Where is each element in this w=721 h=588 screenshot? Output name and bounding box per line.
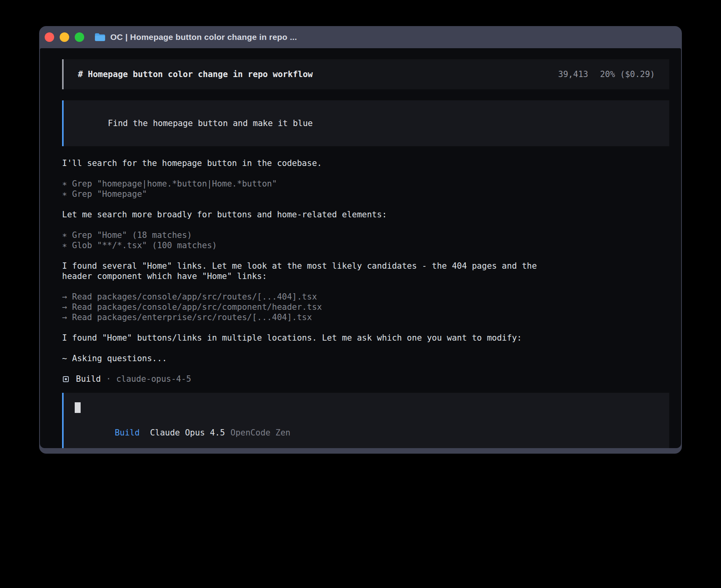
session-header: # Homepage button color change in repo w… <box>62 59 669 89</box>
input-modeline: BuildClaude Opus 4.5OpenCode Zen <box>75 418 658 447</box>
assistant-text-line: header component which have "Home" links… <box>62 271 669 281</box>
titlebar[interactable]: OC | Homepage button color change in rep… <box>39 26 682 48</box>
agent-icon <box>63 376 69 382</box>
agent-model: claude-opus-4-5 <box>116 374 191 384</box>
assistant-text-line: I found several "Home" links. Let me loo… <box>62 261 669 271</box>
agent-status-line: Build · claude-opus-4-5 <box>62 374 669 384</box>
assistant-text-line: I found "Home" buttons/links in multiple… <box>62 333 669 343</box>
tool-call-line: ∗ Grep "homepage|home.*button|Home.*butt… <box>62 179 669 189</box>
assistant-text-block: ~ Asking questions... <box>62 353 669 364</box>
conversation: I'll search for the homepage button in t… <box>62 158 669 364</box>
tool-call-line: ∗ Grep "Home" (18 matches) <box>62 230 669 240</box>
assistant-text-line: ~ Asking questions... <box>62 353 669 364</box>
close-window-button[interactable] <box>45 32 54 42</box>
prompt-input[interactable]: BuildClaude Opus 4.5OpenCode Zen <box>62 393 669 448</box>
assistant-text-block: I'll search for the homepage button in t… <box>62 158 669 168</box>
context-usage: 20% ($0.29) <box>600 70 655 79</box>
assistant-text-block: I found several "Home" links. Let me loo… <box>62 261 669 281</box>
input-mode-build[interactable]: Build <box>115 428 140 437</box>
session-title: # Homepage button color change in repo w… <box>78 70 313 79</box>
user-message-text: Find the homepage button and make it blu… <box>108 119 313 128</box>
input-model-name: Claude Opus 4.5 <box>150 428 225 437</box>
tool-call-line: → Read packages/enterprise/src/routes/[.… <box>62 312 669 322</box>
folder-icon <box>94 33 106 41</box>
assistant-text-block: I found "Home" buttons/links in multiple… <box>62 333 669 343</box>
user-message: Find the homepage button and make it blu… <box>62 100 669 146</box>
tool-call-block: → Read packages/console/app/src/routes/[… <box>62 292 669 322</box>
token-count: 39,413 <box>558 70 588 79</box>
input-provider-name: OpenCode Zen <box>230 428 291 437</box>
tool-call-line: ∗ Glob "**/*.tsx" (100 matches) <box>62 240 669 251</box>
text-cursor <box>75 402 81 413</box>
traffic-lights <box>45 32 84 42</box>
terminal-content: # Homepage button color change in repo w… <box>40 48 681 448</box>
tool-call-line: → Read packages/console/app/src/routes/[… <box>62 292 669 302</box>
zoom-window-button[interactable] <box>75 32 84 42</box>
tool-call-line: ∗ Grep "Homepage" <box>62 189 669 199</box>
window-title: OC | Homepage button color change in rep… <box>110 32 297 42</box>
minimize-window-button[interactable] <box>60 32 69 42</box>
tool-call-line: → Read packages/console/app/src/componen… <box>62 302 669 312</box>
terminal-window: OC | Homepage button color change in rep… <box>39 26 682 454</box>
agent-name: Build <box>76 374 101 384</box>
session-stats: 39,413 20% ($0.29) <box>558 70 655 79</box>
assistant-text-line: I'll search for the homepage button in t… <box>62 158 669 168</box>
assistant-text-block: Let me search more broadly for buttons a… <box>62 209 669 220</box>
tool-call-block: ∗ Grep "Home" (18 matches)∗ Glob "**/*.t… <box>62 230 669 251</box>
agent-separator: · <box>106 374 111 384</box>
assistant-text-line: Let me search more broadly for buttons a… <box>62 209 669 220</box>
tool-call-block: ∗ Grep "homepage|home.*button|Home.*butt… <box>62 179 669 199</box>
